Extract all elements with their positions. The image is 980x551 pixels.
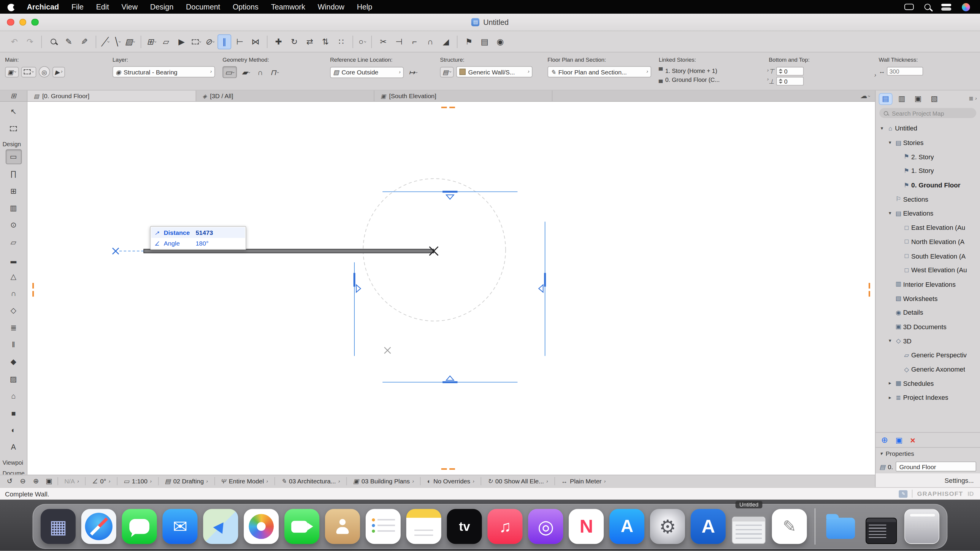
structure-type-combo[interactable]: ▤› [440,67,454,77]
snap-cursor-icon[interactable]: ▶ [175,34,188,49]
tree-item-details[interactable]: ◉Details [875,305,980,320]
apple-menu-icon[interactable] [8,2,16,11]
text-tool[interactable]: A [5,440,22,455]
virtual-trace-icon[interactable]: ⋈ [249,34,262,49]
menu-options[interactable]: Options [226,0,265,14]
user-avatar-icon[interactable] [962,3,970,11]
dock-app-contacts[interactable] [325,509,360,544]
bottom-top-expand-icon[interactable]: › [874,72,876,78]
resize-icon[interactable]: ◢ [439,34,453,49]
tree-item-elevations[interactable]: ▾▤Elevations [875,206,980,220]
tree-item-worksheets[interactable]: ▧Worksheets [875,291,980,305]
marker-flag-icon[interactable]: ⚑ [462,34,476,49]
close-window-button[interactable] [7,19,14,26]
arc-combo[interactable]: ○› [357,34,367,49]
dock-app-messages[interactable] [122,509,157,544]
dock-window-thumbnail[interactable]: Untitled [731,509,766,544]
menu-window[interactable]: Window [311,0,350,14]
dock-app-maps[interactable] [203,509,238,544]
project-map-search[interactable] [880,108,976,118]
settings-button[interactable]: Settings... [945,476,974,484]
toolbox-document-label[interactable]: Docume [0,468,27,475]
grid-snap-combo[interactable]: ⊞› [146,34,157,49]
dock-app-safari[interactable] [81,509,116,544]
previous-view-icon[interactable]: ↺ [4,476,16,486]
zoom-icon[interactable] [46,34,60,49]
door-tool[interactable]: ∏ [5,167,22,181]
geometry-curved-button[interactable]: ∩ [255,66,265,78]
layout-book-icon[interactable]: ▣ [911,93,925,105]
story-name-field[interactable]: Ground Floor [896,461,976,472]
add-viewpoint-icon[interactable]: ⊕ [881,435,888,445]
qo-layer-combination[interactable]: ▤02 Drafting› [161,478,212,484]
tree-item-3d-documents[interactable]: ▣3D Documents [875,319,980,333]
pen-color-combo[interactable]: ╱› [100,34,110,49]
curtain-wall-tool[interactable]: ▥ [5,200,22,216]
marquee-mode-combo[interactable]: › [21,67,36,77]
rotate-icon[interactable]: ↻ [287,34,301,49]
menu-help[interactable]: Help [350,0,379,14]
project-map-icon[interactable]: ▤ [879,93,892,105]
arrow-tool[interactable]: ↖ [5,105,22,119]
suspend-groups-combo[interactable]: ⊘› [204,34,215,49]
adjust-icon[interactable]: ⊣ [392,34,406,49]
pick-up-parameters-icon[interactable]: ✎ [62,34,75,49]
tree-item-project-indexes[interactable]: ▸≣Project Indexes [875,390,980,405]
dock-trash[interactable] [904,509,939,544]
marquee-tool[interactable] [5,121,22,137]
tree-item-0-ground-floor[interactable]: ⚑0. Ground Floor [875,178,980,192]
qo-pen-set[interactable]: ✎03 Architectura...› [277,478,344,484]
chevron-down-icon[interactable]: ▾ [886,338,894,344]
tree-item-untitled[interactable]: ▾⌂Untitled [875,121,980,135]
inject-parameters-icon[interactable]: ✎ [78,34,91,49]
element-default-combo[interactable]: ▣› [5,67,19,77]
navigator-options-icon[interactable]: ≡› [969,94,977,103]
chevron-right-icon[interactable]: ▸ [886,381,894,386]
tree-item-schedules[interactable]: ▸▦Schedules [875,376,980,391]
minimize-window-button[interactable] [19,19,26,26]
marquee-combo[interactable]: › [190,34,202,49]
quick-options-popup-icon[interactable]: ⊞ [0,91,28,101]
menu-teamwork[interactable]: Teamwork [265,0,311,14]
fillet-icon[interactable]: ∩ [423,34,437,49]
window-tool[interactable]: ⊞ [5,183,22,198]
mirror-icon[interactable]: ⇄ [303,34,317,49]
slab-tool[interactable]: ▂ [5,252,22,267]
dock-folder[interactable] [823,509,858,544]
tree-item-sections[interactable]: ⚐Sections [875,192,980,206]
geometry-straight-button[interactable]: ▭› [223,66,237,78]
tree-item-generic-perspective[interactable]: ▱Generic Perspectiv [875,348,980,362]
properties-header[interactable]: ▾ Properties [875,447,980,460]
column-tool[interactable]: ⊙ [5,218,22,233]
floor-plan-display-dropdown[interactable]: ✎ Floor Plan and Section... › [547,66,651,78]
dock-app-notes[interactable] [406,509,441,544]
bottom-link-row[interactable]: ▄ 0. Ground Floor (C... › [659,75,769,84]
publisher-icon[interactable]: ▧ [928,93,941,105]
dock-app-tv[interactable] [447,509,482,544]
menu-archicad[interactable]: Archicad [21,0,65,14]
stair-tool[interactable]: ≣ [5,320,22,335]
dock-app-archicad[interactable] [691,509,726,544]
control-center-icon[interactable] [941,3,951,10]
toolbox-viewpoint-label[interactable]: Viewpoi [0,457,27,468]
zone-tool[interactable]: ⌂ [5,389,22,403]
toolbox-design-label[interactable]: Design [0,138,27,149]
view-map-icon[interactable]: ▥ [895,93,909,105]
editing-plane-icon[interactable]: ▱ [159,34,173,49]
gravity-button[interactable]: ◎ [38,66,50,78]
chevron-down-icon[interactable]: ▾ [878,125,886,131]
flip-reference-button[interactable]: ↦› [406,66,420,78]
tree-item-3d[interactable]: ▾◇3D [875,333,980,348]
top-link-row[interactable]: ▀ 1. Story (Home + 1) › [659,66,769,75]
menu-design[interactable]: Design [144,0,180,14]
qo-zoom-level[interactable]: N/A› [60,478,83,484]
geometry-composite-button[interactable]: ▰› [240,66,253,78]
qo-graphic-override[interactable]: ◐No Overrides› [423,478,478,484]
tree-item-2-story[interactable]: ⚑2. Story [875,149,980,164]
zoom-window-button[interactable] [31,19,38,26]
composite-dropdown[interactable]: Generic Wall/S... › [457,66,533,78]
layouts-icon[interactable]: ▤ [478,34,492,49]
morph-tool[interactable]: ◆ [5,354,22,370]
drag-icon[interactable]: ✚ [272,34,285,49]
dock-app-mail[interactable] [163,509,198,544]
